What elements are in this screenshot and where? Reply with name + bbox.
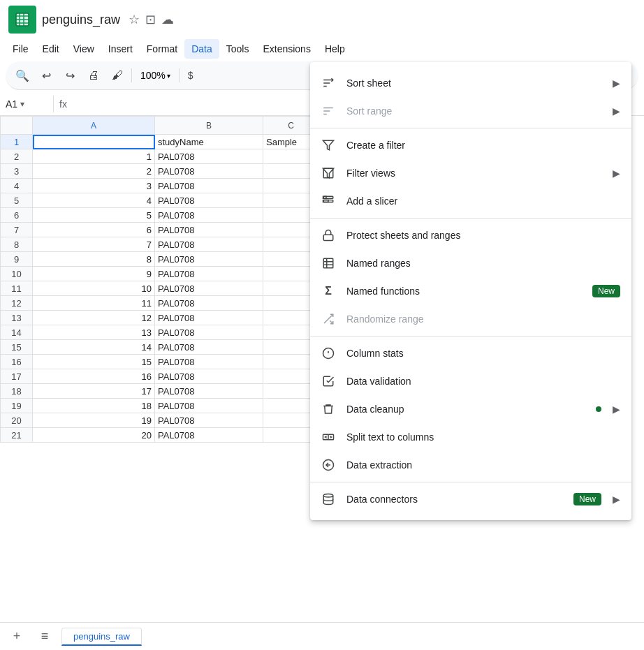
cell-a[interactable]: 19 — [33, 413, 155, 428]
table-row: 65PAL0708 — [1, 208, 319, 223]
cell-b[interactable]: PAL0708 — [155, 193, 263, 208]
cell-a[interactable]: 8 — [33, 252, 155, 267]
table-row: 98PAL0708 — [1, 252, 319, 267]
print-button[interactable]: 🖨 — [82, 64, 105, 87]
cell-b[interactable]: PAL0708 — [155, 149, 263, 164]
cell-a[interactable] — [33, 135, 155, 149]
cell-b[interactable]: studyName — [155, 135, 263, 149]
cell-a[interactable]: 5 — [33, 208, 155, 223]
cell-a[interactable]: 1 — [33, 149, 155, 164]
spreadsheet-grid: A B C 1studyNameSample21PAL070832PAL0708… — [0, 116, 319, 443]
cell-a[interactable]: 7 — [33, 237, 155, 252]
undo-button[interactable]: ↩ — [35, 64, 57, 87]
cell-b[interactable]: PAL0708 — [155, 164, 263, 179]
menu-format[interactable]: Format — [140, 39, 184, 59]
cell-a[interactable]: 3 — [33, 179, 155, 193]
star-icon[interactable]: ☆ — [129, 12, 140, 27]
search-button[interactable]: 🔍 — [11, 64, 34, 87]
toolbar-divider-1 — [131, 68, 132, 82]
menu-insert[interactable]: Insert — [101, 39, 140, 59]
data-connectors-item[interactable]: Data connectors New ▶ — [310, 485, 631, 513]
protect-sheets-item[interactable]: Protect sheets and ranges — [310, 221, 631, 249]
row-number: 17 — [1, 369, 33, 384]
cell-b[interactable]: PAL0708 — [155, 369, 263, 384]
create-filter-item[interactable]: Create a filter — [310, 131, 631, 159]
column-stats-item[interactable]: Column stats — [310, 339, 631, 367]
cell-b[interactable]: PAL0708 — [155, 325, 263, 340]
cell-b[interactable]: PAL0708 — [155, 281, 263, 296]
cell-a[interactable]: 13 — [33, 325, 155, 340]
col-header-b[interactable]: B — [155, 117, 263, 135]
add-sheet-button[interactable]: + — [6, 626, 28, 648]
cell-a[interactable]: 6 — [33, 223, 155, 237]
menu-extensions[interactable]: Extensions — [256, 39, 317, 59]
named-functions-badge: New — [592, 285, 620, 297]
add-slicer-item[interactable]: Add a slicer — [310, 187, 631, 215]
cell-a[interactable]: 20 — [33, 428, 155, 443]
cell-a[interactable]: 14 — [33, 340, 155, 355]
cell-b[interactable]: PAL0708 — [155, 355, 263, 369]
row-number: 7 — [1, 223, 33, 237]
cell-a[interactable]: 2 — [33, 164, 155, 179]
folder-icon[interactable]: ⊡ — [145, 12, 156, 27]
cell-b[interactable]: PAL0708 — [155, 252, 263, 267]
menu-file[interactable]: File — [6, 39, 36, 59]
sort-sheet-item[interactable]: Sort sheet ▶ — [310, 69, 631, 97]
menu-data[interactable]: Data — [184, 39, 219, 59]
cell-b[interactable]: PAL0708 — [155, 311, 263, 325]
cell-a[interactable]: 4 — [33, 193, 155, 208]
table-row: 21PAL0708 — [1, 149, 319, 164]
filter-views-label: Filter views — [346, 168, 601, 179]
cell-b[interactable]: PAL0708 — [155, 384, 263, 399]
cell-b[interactable]: PAL0708 — [155, 296, 263, 311]
menu-help[interactable]: Help — [318, 39, 352, 59]
cloud-icon[interactable]: ☁ — [161, 12, 174, 27]
menu-view[interactable]: View — [66, 39, 101, 59]
data-extraction-item[interactable]: Data extraction — [310, 451, 631, 479]
filter-views-item[interactable]: Filter views ▶ — [310, 159, 631, 187]
split-text-item[interactable]: Split text to columns — [310, 423, 631, 451]
col-header-a[interactable]: A — [33, 117, 155, 135]
zoom-control[interactable]: 100% ▾ — [135, 68, 176, 82]
bottom-bar: + ≡ penguins_raw — [0, 622, 644, 650]
currency-button[interactable]: $ — [182, 68, 199, 82]
paint-format-button[interactable]: 🖌 — [106, 64, 129, 87]
cell-a[interactable]: 11 — [33, 296, 155, 311]
cell-b[interactable]: PAL0708 — [155, 223, 263, 237]
cell-b[interactable]: PAL0708 — [155, 428, 263, 443]
cell-a[interactable]: 9 — [33, 267, 155, 281]
cell-b[interactable]: PAL0708 — [155, 399, 263, 413]
cell-b[interactable]: PAL0708 — [155, 237, 263, 252]
data-cleanup-item[interactable]: Data cleanup ▶ — [310, 395, 631, 423]
data-cleanup-icon — [321, 402, 335, 416]
sort-range-arrow: ▶ — [613, 105, 620, 117]
cell-b[interactable]: PAL0708 — [155, 208, 263, 223]
sort-range-item: Sort range ▶ — [310, 97, 631, 125]
sheets-list-button[interactable]: ≡ — [34, 626, 56, 648]
row-number: 5 — [1, 193, 33, 208]
cell-b[interactable]: PAL0708 — [155, 179, 263, 193]
table-row: 1615PAL0708 — [1, 355, 319, 369]
cell-a[interactable]: 16 — [33, 369, 155, 384]
cell-a[interactable]: 10 — [33, 281, 155, 296]
row-number: 12 — [1, 296, 33, 311]
named-functions-item[interactable]: Σ Named functions New — [310, 277, 631, 305]
sheet-tab-penguins[interactable]: penguins_raw — [61, 628, 142, 646]
cell-b[interactable]: PAL0708 — [155, 340, 263, 355]
cell-a[interactable]: 12 — [33, 311, 155, 325]
menu-tools[interactable]: Tools — [219, 39, 256, 59]
cell-a[interactable]: 15 — [33, 355, 155, 369]
table-row: 32PAL0708 — [1, 164, 319, 179]
cell-a[interactable]: 17 — [33, 384, 155, 399]
named-ranges-item[interactable]: Named ranges — [310, 249, 631, 277]
cell-b[interactable]: PAL0708 — [155, 413, 263, 428]
menu-edit[interactable]: Edit — [36, 39, 66, 59]
cell-b[interactable]: PAL0708 — [155, 267, 263, 281]
data-validation-icon — [321, 374, 335, 388]
corner-header — [1, 117, 33, 135]
row-number: 16 — [1, 355, 33, 369]
cell-ref-dropdown[interactable]: ▾ — [20, 99, 24, 109]
data-validation-item[interactable]: Data validation — [310, 367, 631, 395]
redo-button[interactable]: ↪ — [59, 64, 81, 87]
cell-a[interactable]: 18 — [33, 399, 155, 413]
